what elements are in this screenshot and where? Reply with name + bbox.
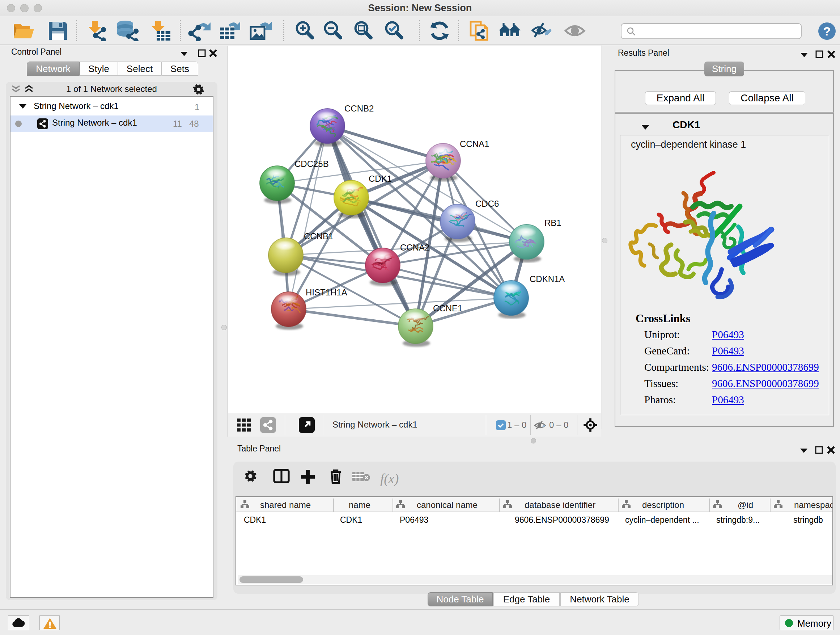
svg-text:CCNB1: CCNB1 (304, 231, 333, 241)
svg-text:CCNA1: CCNA1 (460, 139, 489, 149)
svg-text:CDK1: CDK1 (369, 174, 392, 184)
svg-text:HIST1H1A: HIST1H1A (306, 287, 347, 297)
svg-text:CCNE1: CCNE1 (433, 303, 462, 313)
svg-text:CCNA2: CCNA2 (400, 242, 429, 252)
svg-text:RB1: RB1 (545, 218, 561, 228)
svg-text:CDC6: CDC6 (475, 199, 499, 209)
svg-text:CCNB2: CCNB2 (344, 103, 374, 113)
svg-text:CDC25B: CDC25B (294, 159, 329, 169)
svg-text:CDKN1A: CDKN1A (530, 274, 565, 284)
